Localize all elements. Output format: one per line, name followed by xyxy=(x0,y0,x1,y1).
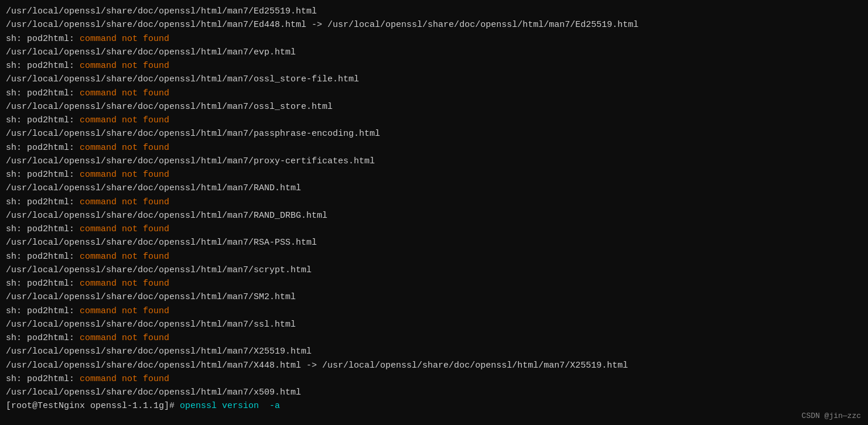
terminal-line: sh: pod2html: command not found xyxy=(6,114,862,127)
terminal-line: sh: pod2html: command not found xyxy=(6,59,862,73)
terminal-line: /usr/local/openssl/share/doc/openssl/htm… xyxy=(6,127,862,140)
terminal-line: sh: pod2html: command not found xyxy=(6,250,862,263)
terminal-line: /usr/local/openssl/share/doc/openssl/htm… xyxy=(6,100,862,114)
terminal-line: sh: pod2html: command not found xyxy=(6,372,862,386)
terminal-line: sh: pod2html: command not found xyxy=(6,277,862,290)
terminal-line: [root@TestNginx openssl-1.1.1g]# openssl… xyxy=(6,399,862,413)
terminal-line: sh: pod2html: command not found xyxy=(6,87,862,100)
terminal-line: /usr/local/openssl/share/doc/openssl/htm… xyxy=(6,359,862,372)
terminal-line: sh: pod2html: command not found xyxy=(6,32,862,46)
terminal-line: sh: pod2html: command not found xyxy=(6,222,862,236)
terminal-line: /usr/local/openssl/share/doc/openssl/htm… xyxy=(6,181,862,195)
terminal-line: /usr/local/openssl/share/doc/openssl/htm… xyxy=(6,46,862,59)
terminal-line: /usr/local/openssl/share/doc/openssl/htm… xyxy=(6,155,862,168)
terminal-line: /usr/local/openssl/share/doc/openssl/htm… xyxy=(6,236,862,249)
terminal-line: /usr/local/openssl/share/doc/openssl/htm… xyxy=(6,18,862,32)
terminal-line: sh: pod2html: command not found xyxy=(6,304,862,318)
terminal-line: sh: pod2html: command not found xyxy=(6,331,862,345)
watermark: CSDN @jin—zzc xyxy=(802,412,861,420)
terminal: /usr/local/openssl/share/doc/openssl/htm… xyxy=(0,0,868,425)
terminal-line: /usr/local/openssl/share/doc/openssl/htm… xyxy=(6,345,862,358)
terminal-line: /usr/local/openssl/share/doc/openssl/htm… xyxy=(6,73,862,86)
terminal-line: /usr/local/openssl/share/doc/openssl/htm… xyxy=(6,263,862,277)
terminal-line: sh: pod2html: command not found xyxy=(6,141,862,155)
terminal-line: sh: pod2html: command not found xyxy=(6,196,862,209)
terminal-line: /usr/local/openssl/share/doc/openssl/htm… xyxy=(6,318,862,331)
terminal-line: /usr/local/openssl/share/doc/openssl/htm… xyxy=(6,386,862,399)
terminal-line: /usr/local/openssl/share/doc/openssl/htm… xyxy=(6,290,862,304)
terminal-line: /usr/local/openssl/share/doc/openssl/htm… xyxy=(6,5,862,18)
terminal-line: /usr/local/openssl/share/doc/openssl/htm… xyxy=(6,209,862,222)
terminal-line: sh: pod2html: command not found xyxy=(6,168,862,181)
